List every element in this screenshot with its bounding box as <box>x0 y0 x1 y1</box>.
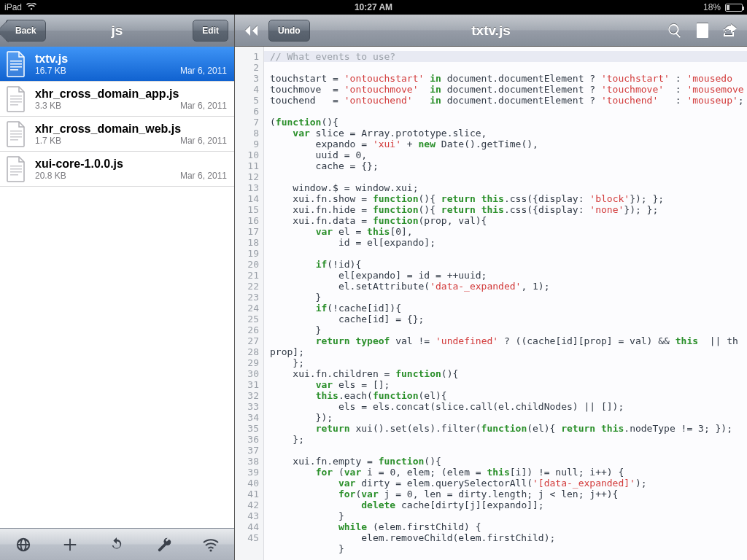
svg-rect-9 <box>10 133 22 135</box>
wrench-icon[interactable] <box>150 530 179 559</box>
line-gutter: 1234567891011121314151617181920212223242… <box>235 47 264 560</box>
svg-rect-6 <box>10 101 22 103</box>
file-row[interactable]: xui-core-1.0.0.js 20.8 KB Mar 6, 2011 <box>0 152 234 187</box>
editor-pane: Undo txtv.js 123456789101112131415161718… <box>235 15 747 560</box>
editor-navbar: Undo txtv.js <box>235 15 747 47</box>
file-icon <box>4 120 28 148</box>
add-icon[interactable] <box>55 530 85 559</box>
back-button[interactable]: Back <box>6 20 46 42</box>
undo-button[interactable]: Undo <box>268 20 310 42</box>
file-row[interactable]: txtv.js 16.7 KB Mar 6, 2011 <box>0 47 234 82</box>
document-icon[interactable] <box>692 20 713 42</box>
file-date: Mar 6, 2011 <box>180 66 227 76</box>
svg-rect-2 <box>10 66 22 68</box>
clock-label: 10:27 AM <box>355 2 392 12</box>
editor-title: txtv.js <box>471 23 511 39</box>
sidebar-navbar: Back js Edit <box>0 15 234 47</box>
wifi-icon <box>26 2 36 12</box>
file-icon <box>4 50 28 78</box>
file-date: Mar 6, 2011 <box>180 136 227 146</box>
svg-rect-10 <box>10 136 22 138</box>
file-browser-pane: Back js Edit txtv.js 16.7 KB Mar 6, 2011… <box>0 15 235 560</box>
battery-pct: 18% <box>703 2 721 12</box>
edit-button[interactable]: Edit <box>193 20 228 42</box>
file-size: 1.7 KB <box>35 136 61 146</box>
svg-rect-12 <box>10 166 22 167</box>
battery-icon <box>725 4 743 12</box>
file-name: xui-core-1.0.0.js <box>35 158 227 171</box>
file-icon <box>4 85 28 113</box>
status-bar: iPad 10:27 AM 18% <box>0 0 747 15</box>
svg-rect-18 <box>699 26 706 28</box>
file-row[interactable]: xhr_cross_domain_app.js 3.3 KB Mar 6, 20… <box>0 82 234 117</box>
file-name: xhr_cross_domain_app.js <box>35 88 227 101</box>
file-name: xhr_cross_domain_web.js <box>35 122 227 136</box>
svg-point-16 <box>209 549 212 551</box>
code-area[interactable]: 1234567891011121314151617181920212223242… <box>235 47 747 560</box>
search-icon[interactable] <box>664 20 686 42</box>
svg-rect-14 <box>10 171 22 173</box>
file-row[interactable]: xhr_cross_domain_web.js 1.7 KB Mar 6, 20… <box>0 117 234 152</box>
wifi-icon[interactable] <box>196 530 225 559</box>
svg-rect-8 <box>10 131 22 132</box>
svg-rect-1 <box>10 63 22 65</box>
globe-icon[interactable] <box>9 530 38 559</box>
svg-rect-11 <box>10 139 18 141</box>
file-list[interactable]: txtv.js 16.7 KB Mar 6, 2011 xhr_cross_do… <box>0 47 234 528</box>
sidebar-title: js <box>112 23 123 39</box>
sidebar-toolbar <box>0 528 234 560</box>
file-date: Mar 6, 2011 <box>180 171 227 181</box>
file-date: Mar 6, 2011 <box>180 101 227 111</box>
svg-rect-3 <box>10 69 18 71</box>
svg-rect-5 <box>10 98 22 100</box>
svg-rect-19 <box>699 29 706 31</box>
refresh-icon[interactable] <box>102 530 131 559</box>
svg-rect-4 <box>10 96 22 97</box>
code-text[interactable]: // What events to use? touchstart = 'ont… <box>264 47 747 560</box>
svg-rect-0 <box>10 61 22 62</box>
svg-rect-13 <box>10 168 22 170</box>
svg-rect-7 <box>10 104 18 106</box>
file-size: 20.8 KB <box>35 171 66 181</box>
share-icon[interactable] <box>719 20 741 42</box>
file-size: 16.7 KB <box>35 66 66 76</box>
svg-rect-15 <box>10 174 18 176</box>
svg-rect-21 <box>699 35 704 36</box>
file-size: 3.3 KB <box>35 101 61 111</box>
history-back-icon[interactable] <box>241 20 263 42</box>
device-label: iPad <box>4 2 22 12</box>
file-icon <box>4 155 28 183</box>
svg-rect-20 <box>699 32 706 34</box>
file-name: txtv.js <box>35 52 227 66</box>
